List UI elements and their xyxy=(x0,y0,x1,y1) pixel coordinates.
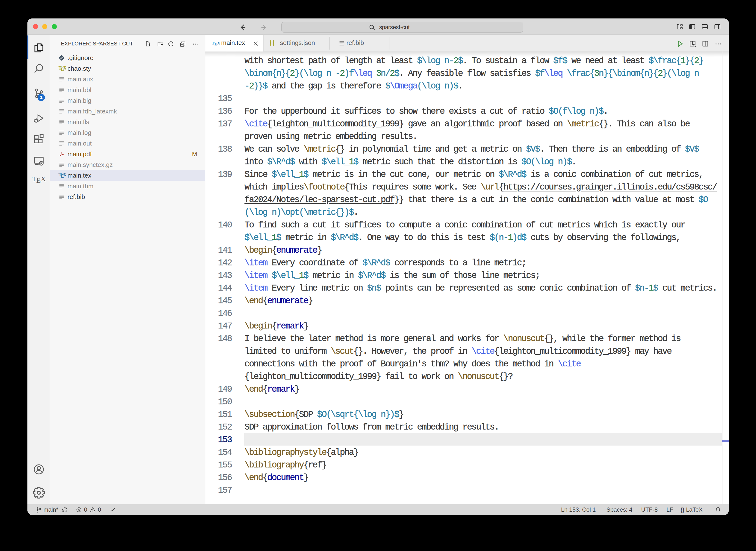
svg-text:X: X xyxy=(63,172,66,177)
svg-text:X: X xyxy=(63,65,66,70)
